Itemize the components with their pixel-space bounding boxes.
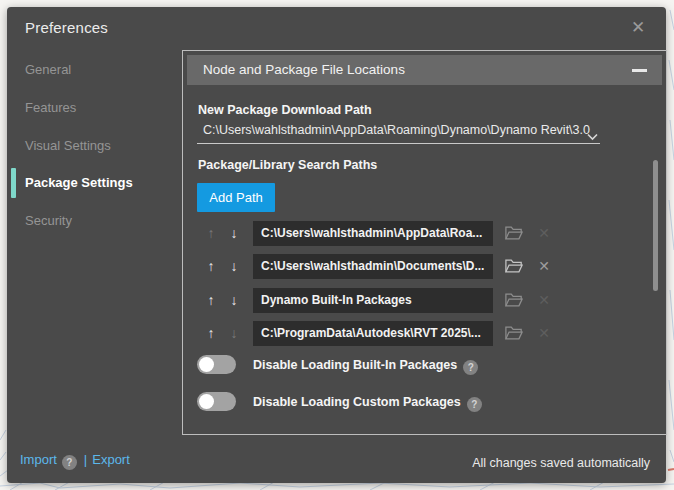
download-path-dropdown[interactable]: C:\Users\wahlsthadmin\AppData\Roaming\Dy…	[197, 123, 600, 144]
move-up-icon[interactable]: ↑	[203, 321, 219, 346]
search-path-row: ↑ ↓ C:\Users\wahlsthadmin\Documents\D...…	[183, 254, 668, 279]
sidebar-item-features[interactable]: Features	[25, 93, 76, 123]
download-path-value: C:\Users\wahlsthadmin\AppData\Roaming\Dy…	[203, 123, 590, 137]
sidebar-item-package-settings[interactable]: Package Settings	[25, 168, 133, 198]
preferences-sidebar: General Features Visual Settings Package…	[7, 47, 182, 447]
path-input[interactable]: C:\Users\wahlsthadmin\AppData\Roa...	[253, 221, 493, 246]
browse-folder-icon[interactable]	[505, 258, 523, 274]
toggle-label: Disable Loading Custom Packages?	[253, 392, 482, 412]
browse-folder-icon[interactable]	[505, 292, 523, 308]
browse-folder-icon[interactable]	[505, 325, 523, 341]
remove-path-icon[interactable]: ✕	[535, 254, 553, 279]
close-icon[interactable]: ✕	[626, 16, 650, 40]
sidebar-item-visual-settings[interactable]: Visual Settings	[25, 131, 111, 161]
import-link[interactable]: Import	[20, 452, 57, 467]
toggle-label: Disable Loading Built-In Packages?	[253, 355, 478, 375]
dynamo-canvas-background: Preferences ✕ General Features Visual Se…	[0, 0, 674, 490]
preferences-dialog: Preferences ✕ General Features Visual Se…	[7, 7, 666, 483]
remove-path-icon[interactable]: ✕	[535, 288, 553, 313]
move-up-icon[interactable]: ↑	[203, 288, 219, 313]
import-export-links: Import?|Export	[20, 452, 130, 470]
disable-custom-packages-toggle[interactable]	[197, 392, 236, 411]
browse-folder-icon[interactable]	[505, 225, 523, 241]
section-header[interactable]: Node and Package File Locations	[187, 55, 662, 85]
path-input[interactable]: C:\Users\wahlsthadmin\Documents\D...	[253, 254, 493, 279]
collapse-section-icon[interactable]	[628, 55, 652, 85]
package-settings-panel: Node and Package File Locations New Pack…	[182, 50, 667, 435]
sidebar-item-general[interactable]: General	[25, 55, 71, 85]
remove-path-icon[interactable]: ✕	[535, 221, 553, 246]
help-icon[interactable]: ?	[463, 360, 478, 375]
move-down-icon[interactable]: ↓	[226, 221, 242, 246]
toggle-knob	[199, 394, 214, 409]
toggle-row: Disable Loading Custom Packages?	[183, 392, 653, 412]
move-down-icon[interactable]: ↓	[226, 288, 242, 313]
export-link[interactable]: Export	[92, 452, 130, 467]
path-input[interactable]: Dynamo Built-In Packages	[253, 288, 493, 313]
search-path-row: ↑ ↓ C:\Users\wahlsthadmin\AppData\Roa...…	[183, 221, 668, 246]
section-header-label: Node and Package File Locations	[203, 55, 405, 85]
chevron-down-icon	[587, 127, 598, 145]
dialog-title: Preferences	[25, 19, 108, 36]
disable-builtin-packages-toggle[interactable]	[197, 355, 236, 374]
autosave-status: All changes saved automatically	[472, 456, 650, 470]
path-input[interactable]: C:\ProgramData\Autodesk\RVT 2025\...	[253, 321, 493, 346]
add-path-button[interactable]: Add Path	[197, 183, 275, 212]
remove-path-icon[interactable]: ✕	[535, 321, 553, 346]
search-paths-label: Package/Library Search Paths	[198, 158, 377, 172]
move-up-icon[interactable]: ↑	[203, 221, 219, 246]
toggle-knob	[199, 357, 214, 372]
download-path-label: New Package Download Path	[198, 103, 372, 117]
search-path-row: ↑ ↓ C:\ProgramData\Autodesk\RVT 2025\...…	[183, 321, 668, 346]
move-down-icon[interactable]: ↓	[226, 321, 242, 346]
help-icon[interactable]: ?	[62, 455, 77, 470]
search-path-row: ↑ ↓ Dynamo Built-In Packages ✕	[183, 288, 668, 313]
sidebar-item-security[interactable]: Security	[25, 206, 72, 236]
move-down-icon[interactable]: ↓	[226, 254, 242, 279]
link-separator: |	[84, 452, 87, 467]
toggle-row: Disable Loading Built-In Packages?	[183, 355, 653, 375]
active-item-accent-bar	[11, 168, 16, 198]
help-icon[interactable]: ?	[467, 397, 482, 412]
move-up-icon[interactable]: ↑	[203, 254, 219, 279]
scrollbar-thumb[interactable]	[653, 160, 658, 291]
